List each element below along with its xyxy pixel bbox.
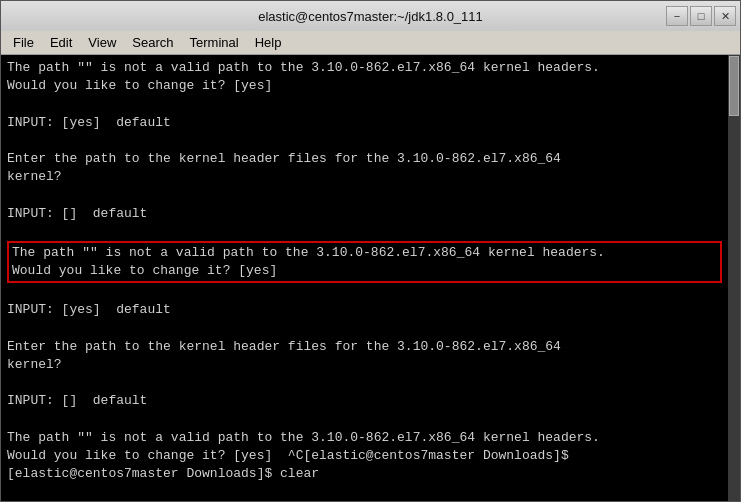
close-button[interactable]: ✕ (714, 6, 736, 26)
menu-view[interactable]: View (80, 33, 124, 52)
list-item: INPUT: [] default (7, 205, 722, 223)
list-item: INPUT: [] default (7, 392, 722, 410)
window-controls: − □ ✕ (666, 6, 736, 26)
list-item (7, 186, 722, 204)
list-item (7, 374, 722, 392)
list-item: kernel? (7, 168, 722, 186)
minimize-button[interactable]: − (666, 6, 688, 26)
list-item: Would you like to change it? [yes] (12, 262, 717, 280)
list-item (7, 411, 722, 429)
list-item: INPUT: [yes] default (7, 114, 722, 132)
list-item: Enter the path to the kernel header file… (7, 338, 722, 356)
list-item: [elastic@centos7master Downloads]$ clear (7, 465, 722, 483)
scrollbar-thumb[interactable] (729, 56, 739, 116)
title-bar: elastic@centos7master:~/jdk1.8.0_111 − □… (1, 1, 740, 31)
terminal-window: elastic@centos7master:~/jdk1.8.0_111 − □… (0, 0, 741, 502)
terminal-body: The path "" is not a valid path to the 3… (1, 55, 740, 501)
list-item (7, 320, 722, 338)
menu-edit[interactable]: Edit (42, 33, 80, 52)
list-item: Enter the path to the kernel header file… (7, 150, 722, 168)
list-item: The path "" is not a valid path to the 3… (7, 429, 722, 447)
list-item (7, 283, 722, 301)
list-item: INPUT: [yes] default (7, 301, 722, 319)
menu-search[interactable]: Search (124, 33, 181, 52)
window-title: elastic@centos7master:~/jdk1.8.0_111 (258, 9, 483, 24)
terminal-content[interactable]: The path "" is not a valid path to the 3… (1, 55, 728, 501)
list-item: Would you like to change it? [yes] ^C[el… (7, 447, 722, 465)
menu-help[interactable]: Help (247, 33, 290, 52)
menu-file[interactable]: File (5, 33, 42, 52)
menu-bar: File Edit View Search Terminal Help (1, 31, 740, 55)
menu-terminal[interactable]: Terminal (182, 33, 247, 52)
list-item: Would you like to change it? [yes] (7, 77, 722, 95)
list-item (7, 132, 722, 150)
list-item: kernel? (7, 356, 722, 374)
scrollbar[interactable] (728, 55, 740, 501)
maximize-button[interactable]: □ (690, 6, 712, 26)
list-item (7, 95, 722, 113)
list-item: The path "" is not a valid path to the 3… (12, 244, 717, 262)
list-item: The path "" is not a valid path to the 3… (7, 59, 722, 77)
list-item (7, 223, 722, 241)
